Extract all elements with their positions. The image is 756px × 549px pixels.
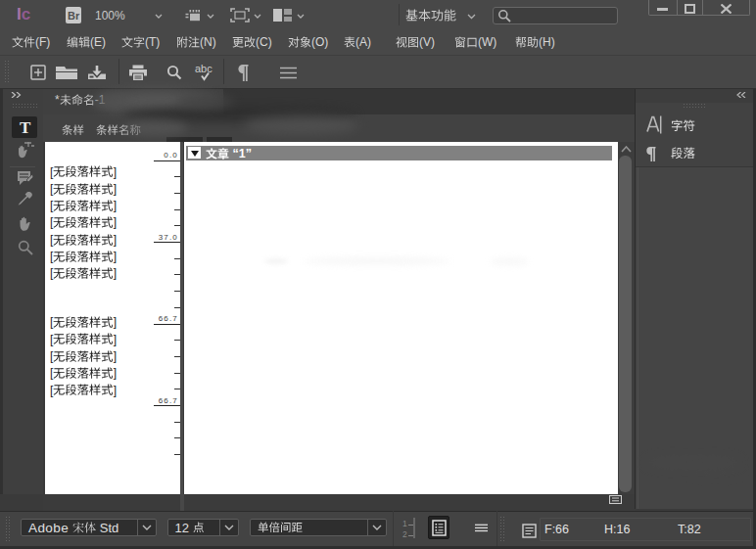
svg-text:1: 1 (402, 519, 407, 528)
svg-text:abc: abc (195, 63, 213, 74)
svg-text:2: 2 (402, 529, 407, 539)
